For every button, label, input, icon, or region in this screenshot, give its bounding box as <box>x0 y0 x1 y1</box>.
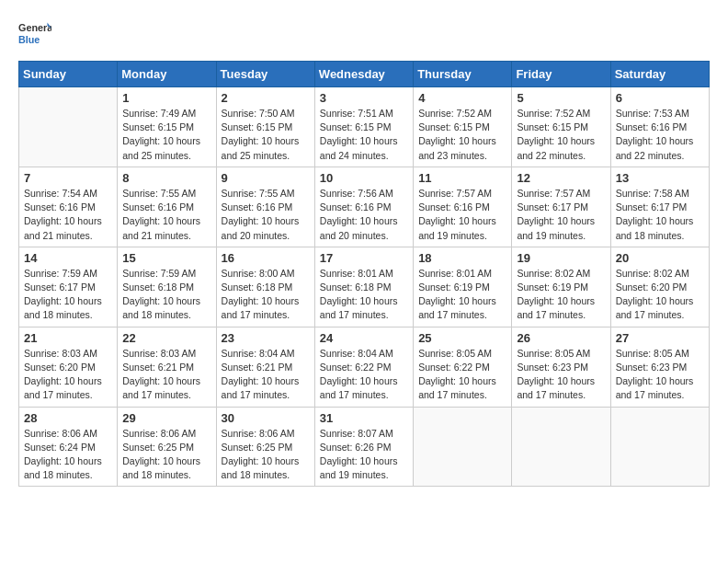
day-number: 3 <box>320 91 408 105</box>
day-info: Sunrise: 7:53 AMSunset: 6:16 PMDaylight:… <box>616 107 704 163</box>
day-info: Sunrise: 7:52 AMSunset: 6:15 PMDaylight:… <box>517 107 605 163</box>
day-info: Sunrise: 8:00 AMSunset: 6:18 PMDaylight:… <box>222 267 310 323</box>
day-number: 21 <box>24 331 112 345</box>
day-info: Sunrise: 7:59 AMSunset: 6:17 PMDaylight:… <box>24 267 112 323</box>
weekday-header-wednesday: Wednesday <box>314 62 413 87</box>
day-number: 15 <box>122 251 210 265</box>
day-info: Sunrise: 7:57 AMSunset: 6:17 PMDaylight:… <box>517 187 605 243</box>
day-info: Sunrise: 7:51 AMSunset: 6:15 PMDaylight:… <box>320 107 408 163</box>
day-info: Sunrise: 7:55 AMSunset: 6:16 PMDaylight:… <box>122 187 210 243</box>
week-row-3: 14Sunrise: 7:59 AMSunset: 6:17 PMDayligh… <box>19 247 710 327</box>
day-info: Sunrise: 8:05 AMSunset: 6:23 PMDaylight:… <box>616 347 704 403</box>
calendar-cell: 25Sunrise: 8:05 AMSunset: 6:22 PMDayligh… <box>414 327 512 407</box>
calendar-cell: 10Sunrise: 7:56 AMSunset: 6:16 PMDayligh… <box>314 167 413 247</box>
calendar-cell: 15Sunrise: 7:59 AMSunset: 6:18 PMDayligh… <box>118 247 216 327</box>
calendar-cell: 5Sunrise: 7:52 AMSunset: 6:15 PMDaylight… <box>512 87 610 167</box>
day-number: 31 <box>320 411 408 425</box>
calendar-cell: 1Sunrise: 7:49 AMSunset: 6:15 PMDaylight… <box>118 87 216 167</box>
day-info: Sunrise: 7:50 AMSunset: 6:15 PMDaylight:… <box>222 107 310 163</box>
day-info: Sunrise: 7:54 AMSunset: 6:16 PMDaylight:… <box>24 187 112 243</box>
day-info: Sunrise: 7:49 AMSunset: 6:15 PMDaylight:… <box>122 107 210 163</box>
day-number: 7 <box>24 171 112 185</box>
day-number: 30 <box>222 411 310 425</box>
day-number: 5 <box>517 91 605 105</box>
calendar-cell: 21Sunrise: 8:03 AMSunset: 6:20 PMDayligh… <box>19 327 118 407</box>
calendar-cell: 13Sunrise: 7:58 AMSunset: 6:17 PMDayligh… <box>610 167 709 247</box>
day-number: 22 <box>122 331 210 345</box>
calendar-cell: 16Sunrise: 8:00 AMSunset: 6:18 PMDayligh… <box>216 247 314 327</box>
week-row-1: 1Sunrise: 7:49 AMSunset: 6:15 PMDaylight… <box>19 87 710 167</box>
day-info: Sunrise: 7:58 AMSunset: 6:17 PMDaylight:… <box>616 187 704 243</box>
calendar-cell: 2Sunrise: 7:50 AMSunset: 6:15 PMDaylight… <box>216 87 314 167</box>
day-info: Sunrise: 8:02 AMSunset: 6:20 PMDaylight:… <box>616 267 704 323</box>
day-number: 2 <box>222 91 310 105</box>
day-info: Sunrise: 7:59 AMSunset: 6:18 PMDaylight:… <box>122 267 210 323</box>
weekday-header-monday: Monday <box>118 62 216 87</box>
day-number: 11 <box>418 171 506 185</box>
day-info: Sunrise: 7:55 AMSunset: 6:16 PMDaylight:… <box>222 187 310 243</box>
calendar-cell: 23Sunrise: 8:04 AMSunset: 6:21 PMDayligh… <box>216 327 314 407</box>
calendar-cell: 14Sunrise: 7:59 AMSunset: 6:17 PMDayligh… <box>19 247 118 327</box>
day-number: 28 <box>24 411 112 425</box>
day-number: 24 <box>320 331 408 345</box>
page-header: General Blue <box>18 18 710 52</box>
calendar-cell <box>512 407 610 487</box>
day-info: Sunrise: 8:03 AMSunset: 6:21 PMDaylight:… <box>122 347 210 403</box>
day-info: Sunrise: 8:04 AMSunset: 6:21 PMDaylight:… <box>222 347 310 403</box>
day-number: 10 <box>320 171 408 185</box>
day-info: Sunrise: 8:02 AMSunset: 6:19 PMDaylight:… <box>517 267 605 323</box>
day-number: 26 <box>517 331 605 345</box>
day-info: Sunrise: 8:01 AMSunset: 6:18 PMDaylight:… <box>320 267 408 323</box>
day-info: Sunrise: 8:06 AMSunset: 6:25 PMDaylight:… <box>222 427 310 483</box>
calendar-cell: 6Sunrise: 7:53 AMSunset: 6:16 PMDaylight… <box>610 87 709 167</box>
day-number: 16 <box>222 251 310 265</box>
calendar-cell: 28Sunrise: 8:06 AMSunset: 6:24 PMDayligh… <box>19 407 118 487</box>
day-number: 9 <box>222 171 310 185</box>
calendar-cell: 3Sunrise: 7:51 AMSunset: 6:15 PMDaylight… <box>314 87 413 167</box>
weekday-header-thursday: Thursday <box>414 62 512 87</box>
calendar-cell: 22Sunrise: 8:03 AMSunset: 6:21 PMDayligh… <box>118 327 216 407</box>
day-info: Sunrise: 8:04 AMSunset: 6:22 PMDaylight:… <box>320 347 408 403</box>
calendar-cell: 29Sunrise: 8:06 AMSunset: 6:25 PMDayligh… <box>118 407 216 487</box>
day-number: 20 <box>616 251 704 265</box>
day-number: 6 <box>616 91 704 105</box>
calendar-cell <box>610 407 709 487</box>
day-number: 1 <box>122 91 210 105</box>
calendar-cell: 9Sunrise: 7:55 AMSunset: 6:16 PMDaylight… <box>216 167 314 247</box>
day-info: Sunrise: 7:52 AMSunset: 6:15 PMDaylight:… <box>418 107 506 163</box>
logo-icon: General Blue <box>18 18 51 52</box>
calendar-cell: 7Sunrise: 7:54 AMSunset: 6:16 PMDaylight… <box>19 167 118 247</box>
svg-text:Blue: Blue <box>18 34 40 45</box>
weekday-header-friday: Friday <box>512 62 610 87</box>
calendar-cell: 20Sunrise: 8:02 AMSunset: 6:20 PMDayligh… <box>610 247 709 327</box>
calendar-cell: 8Sunrise: 7:55 AMSunset: 6:16 PMDaylight… <box>118 167 216 247</box>
calendar-cell <box>414 407 512 487</box>
day-number: 17 <box>320 251 408 265</box>
day-number: 14 <box>24 251 112 265</box>
week-row-2: 7Sunrise: 7:54 AMSunset: 6:16 PMDaylight… <box>19 167 710 247</box>
day-info: Sunrise: 8:03 AMSunset: 6:20 PMDaylight:… <box>24 347 112 403</box>
weekday-header-sunday: Sunday <box>19 62 118 87</box>
logo: General Blue <box>18 18 51 52</box>
calendar-cell <box>19 87 118 167</box>
svg-text:General: General <box>18 22 51 33</box>
day-info: Sunrise: 7:56 AMSunset: 6:16 PMDaylight:… <box>320 187 408 243</box>
week-row-4: 21Sunrise: 8:03 AMSunset: 6:20 PMDayligh… <box>19 327 710 407</box>
calendar-cell: 4Sunrise: 7:52 AMSunset: 6:15 PMDaylight… <box>414 87 512 167</box>
day-number: 12 <box>517 171 605 185</box>
day-info: Sunrise: 7:57 AMSunset: 6:16 PMDaylight:… <box>418 187 506 243</box>
day-number: 29 <box>122 411 210 425</box>
week-row-5: 28Sunrise: 8:06 AMSunset: 6:24 PMDayligh… <box>19 407 710 487</box>
day-info: Sunrise: 8:05 AMSunset: 6:22 PMDaylight:… <box>418 347 506 403</box>
day-number: 25 <box>418 331 506 345</box>
day-info: Sunrise: 8:06 AMSunset: 6:25 PMDaylight:… <box>122 427 210 483</box>
calendar-cell: 24Sunrise: 8:04 AMSunset: 6:22 PMDayligh… <box>314 327 413 407</box>
day-info: Sunrise: 8:05 AMSunset: 6:23 PMDaylight:… <box>517 347 605 403</box>
day-number: 13 <box>616 171 704 185</box>
day-number: 4 <box>418 91 506 105</box>
day-number: 8 <box>122 171 210 185</box>
weekday-header-tuesday: Tuesday <box>216 62 314 87</box>
day-number: 27 <box>616 331 704 345</box>
day-number: 19 <box>517 251 605 265</box>
calendar-cell: 26Sunrise: 8:05 AMSunset: 6:23 PMDayligh… <box>512 327 610 407</box>
